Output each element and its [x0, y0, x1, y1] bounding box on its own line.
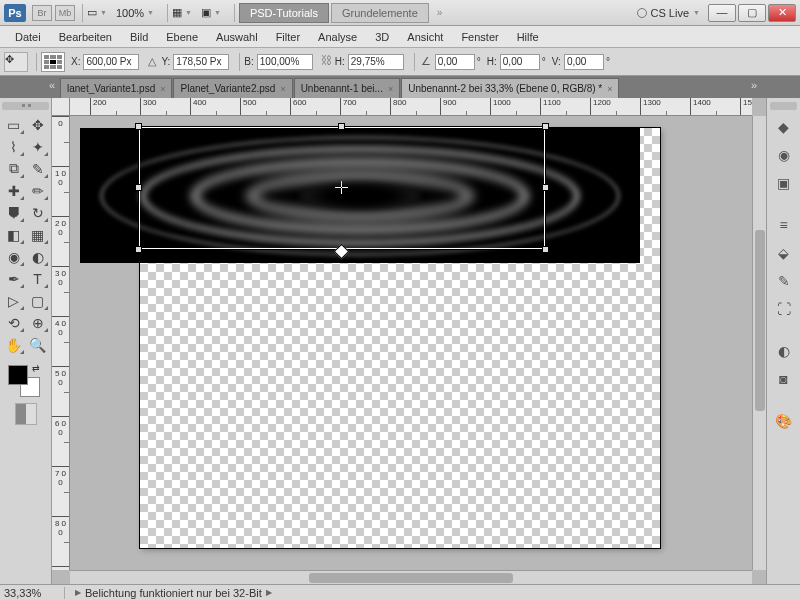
- menu-hilfe[interactable]: Hilfe: [508, 28, 548, 46]
- panel-swatches-icon[interactable]: ▣: [770, 170, 797, 196]
- blur-tool[interactable]: ◉: [2, 246, 25, 267]
- menu-datei[interactable]: Datei: [6, 28, 50, 46]
- type-tool[interactable]: T: [26, 268, 49, 289]
- path-select-tool[interactable]: ▷: [2, 290, 25, 311]
- panel-adjustments-icon[interactable]: ≡: [770, 212, 797, 238]
- doc-tab-3[interactable]: Unbenannt-2 bei 33,3% (Ebene 0, RGB/8) *…: [401, 78, 619, 98]
- zoom-dropdown[interactable]: 100%▼: [116, 7, 157, 19]
- hskew-field: H: °: [487, 54, 546, 70]
- tabs-scroll-left-icon[interactable]: «: [44, 79, 60, 95]
- zoom-tool[interactable]: 🔍: [26, 334, 49, 355]
- doc-tab-2[interactable]: Unbenannt-1 bei...×: [294, 78, 401, 98]
- arrange-dropdown[interactable]: ▦▼: [172, 6, 195, 19]
- reference-point-grid[interactable]: [41, 52, 65, 72]
- color-swatches: ⇄: [2, 361, 49, 401]
- vskew-input[interactable]: [564, 54, 604, 70]
- panel-color-icon[interactable]: ◉: [770, 142, 797, 168]
- screen-mode-dropdown[interactable]: ▣▼: [201, 6, 224, 19]
- menu-bild[interactable]: Bild: [121, 28, 157, 46]
- cs-live-button[interactable]: CS Live ▼: [637, 7, 700, 19]
- menu-filter[interactable]: Filter: [267, 28, 309, 46]
- pen-tool[interactable]: ✒: [2, 268, 25, 289]
- minibridge-button[interactable]: Mb: [55, 5, 75, 21]
- workspace-overflow-icon[interactable]: »: [437, 7, 443, 18]
- marquee-tool[interactable]: ▭: [2, 114, 25, 135]
- scrollbar-vertical[interactable]: [752, 116, 766, 570]
- ruler-horizontal[interactable]: 4003002001000100200300400500600700800900…: [70, 98, 752, 116]
- zoom-value: 100%: [116, 7, 144, 19]
- stamp-tool[interactable]: ⛊: [2, 202, 25, 223]
- ruler-tick: 7 0 0: [52, 466, 69, 516]
- swap-colors-icon[interactable]: ⇄: [32, 363, 42, 373]
- magic-wand-tool[interactable]: ✦: [26, 136, 49, 157]
- delta-icon[interactable]: △: [145, 55, 159, 68]
- menu-fenster[interactable]: Fenster: [452, 28, 507, 46]
- minimize-button[interactable]: —: [708, 4, 736, 22]
- close-icon[interactable]: ×: [607, 84, 612, 94]
- menu-ansicht[interactable]: Ansicht: [398, 28, 452, 46]
- quick-mask-toggle[interactable]: [15, 403, 37, 425]
- transform-tool-icon[interactable]: ✥: [4, 52, 28, 72]
- close-button[interactable]: ✕: [768, 4, 796, 22]
- crop-tool[interactable]: ⧉: [2, 158, 25, 179]
- artboard[interactable]: [140, 128, 660, 548]
- hand-tool[interactable]: ✋: [2, 334, 25, 355]
- panel-palette-icon[interactable]: 🎨: [770, 408, 797, 434]
- ruler-vertical[interactable]: 01 0 02 0 03 0 04 0 05 0 06 0 07 0 08 0 …: [52, 116, 70, 570]
- status-zoom[interactable]: 33,33%: [4, 587, 58, 599]
- close-icon[interactable]: ×: [388, 84, 393, 94]
- shape-tool[interactable]: ▢: [26, 290, 49, 311]
- y-input[interactable]: [173, 54, 229, 70]
- eraser-tool[interactable]: ◧: [2, 224, 25, 245]
- 3d-orbit-tool[interactable]: ⊕: [26, 312, 49, 333]
- w-input[interactable]: [257, 54, 313, 70]
- h-input[interactable]: [348, 54, 404, 70]
- healing-tool[interactable]: ✚: [2, 180, 25, 201]
- 3d-rotate-tool[interactable]: ⟲: [2, 312, 25, 333]
- dodge-tool[interactable]: ◐: [26, 246, 49, 267]
- workspace-tab-grundelemente[interactable]: Grundelemente: [331, 3, 429, 23]
- lasso-tool[interactable]: ⌇: [2, 136, 25, 157]
- panel-exposure-icon[interactable]: ◙: [770, 366, 797, 392]
- titlebar: Ps Br Mb ▭▼ 100%▼ ▦▼ ▣▼ PSD-Tutorials Gr…: [0, 0, 800, 26]
- toolbox-grip[interactable]: [2, 102, 49, 110]
- panel-brightness-icon[interactable]: ◐: [770, 338, 797, 364]
- move-tool[interactable]: ✥: [26, 114, 49, 135]
- close-icon[interactable]: ×: [280, 84, 285, 94]
- dock-grip[interactable]: [770, 102, 797, 110]
- status-next-icon[interactable]: ▶: [266, 588, 272, 597]
- brush-tool[interactable]: ✏: [26, 180, 49, 201]
- panel-layers-icon[interactable]: ◆: [770, 114, 797, 140]
- hskew-input[interactable]: [500, 54, 540, 70]
- panel-paths-icon[interactable]: ✎: [770, 268, 797, 294]
- menu-3d[interactable]: 3D: [366, 28, 398, 46]
- link-wh-icon[interactable]: ⛓: [319, 54, 335, 70]
- doc-tab-1[interactable]: Planet_Variante2.psd×: [173, 78, 292, 98]
- menu-ebene[interactable]: Ebene: [157, 28, 207, 46]
- scrollbar-horizontal[interactable]: [70, 570, 752, 584]
- tabs-scroll-right-icon[interactable]: »: [746, 79, 762, 95]
- workspace-tab-psd-tutorials[interactable]: PSD-Tutorials: [239, 3, 329, 23]
- history-brush-tool[interactable]: ↻: [26, 202, 49, 223]
- canvas-viewport[interactable]: [70, 116, 752, 570]
- scrollbar-thumb[interactable]: [755, 230, 765, 412]
- panel-masks-icon[interactable]: ⬙: [770, 240, 797, 266]
- scrollbar-thumb[interactable]: [309, 573, 514, 583]
- eyedropper-tool[interactable]: ✎: [26, 158, 49, 179]
- gradient-tool[interactable]: ▦: [26, 224, 49, 245]
- ruler-tick: 500: [240, 98, 290, 116]
- close-icon[interactable]: ×: [160, 84, 165, 94]
- foreground-color[interactable]: [8, 365, 28, 385]
- ruler-origin[interactable]: [52, 98, 70, 116]
- status-prev-icon[interactable]: ▶: [75, 588, 81, 597]
- menu-analyse[interactable]: Analyse: [309, 28, 366, 46]
- doc-tab-0[interactable]: lanet_Variante1.psd×: [60, 78, 172, 98]
- panel-styles-icon[interactable]: ⛶: [770, 296, 797, 322]
- angle-input[interactable]: [435, 54, 475, 70]
- view-mode-dropdown[interactable]: ▭▼: [87, 6, 110, 19]
- bridge-button[interactable]: Br: [32, 5, 52, 21]
- x-input[interactable]: [83, 54, 139, 70]
- menu-bearbeiten[interactable]: Bearbeiten: [50, 28, 121, 46]
- menu-auswahl[interactable]: Auswahl: [207, 28, 267, 46]
- maximize-button[interactable]: ▢: [738, 4, 766, 22]
